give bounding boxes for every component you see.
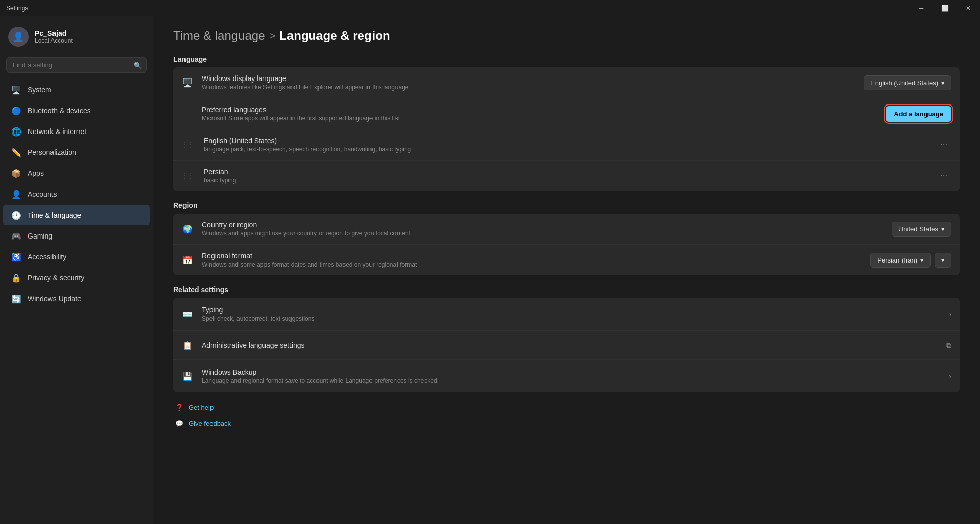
persian-lang-text: Persian basic typing: [204, 168, 929, 184]
typing-row[interactable]: ⌨️ Typing Spell check, autocorrect, text…: [173, 298, 960, 331]
english-lang-more-button[interactable]: ···: [937, 138, 951, 151]
restore-button[interactable]: ⬜: [933, 0, 957, 16]
privacy-security-icon: 🔒: [11, 273, 21, 283]
chevron-down-icon: ▾: [941, 79, 945, 87]
chevron-down-regional-icon: ▾: [920, 256, 924, 264]
get-help-link[interactable]: ❓ Get help: [173, 401, 960, 414]
country-title: Country or region: [202, 221, 884, 229]
user-profile: 👤 Pc_Sajad Local Account: [0, 16, 153, 55]
persian-lang-title: Persian: [204, 168, 929, 176]
bluetooth-icon: 🔵: [11, 106, 21, 116]
sidebar-item-system[interactable]: 🖥️System: [3, 80, 150, 100]
typing-icon: ⌨️: [181, 308, 194, 320]
minimize-button[interactable]: ─: [910, 0, 933, 16]
sidebar-item-network[interactable]: 🌐Network & internet: [3, 121, 150, 142]
sidebar-item-label-bluetooth: Bluetooth & devices: [28, 107, 91, 115]
user-account-type: Local Account: [35, 37, 73, 44]
sidebar: 👤 Pc_Sajad Local Account 🔍 🖥️System🔵Blue…: [0, 16, 153, 524]
windows-update-icon: 🔄: [11, 294, 21, 304]
backup-text: Windows Backup Language and regional for…: [202, 368, 941, 384]
windows-display-language-row: 🖥️ Windows display language Windows feat…: [173, 67, 960, 98]
language-entry-english: ⋮⋮ English (United States) language pack…: [173, 129, 960, 161]
user-info: Pc_Sajad Local Account: [35, 29, 73, 44]
country-action: United States ▾: [892, 222, 951, 237]
sidebar-item-label-accessibility: Accessibility: [28, 253, 66, 261]
add-language-button[interactable]: Add a language: [886, 106, 951, 122]
preferred-lang-title: Preferred languages: [202, 106, 878, 114]
preferred-lang-subtitle: Microsoft Store apps will appear in the …: [202, 115, 878, 122]
sidebar-item-label-time-language: Time & language: [28, 211, 81, 219]
windows-backup-row[interactable]: 💾 Windows Backup Language and regional f…: [173, 360, 960, 392]
admin-lang-title: Administrative language settings: [202, 341, 938, 349]
display-language-value: English (United States): [870, 79, 938, 87]
display-language-dropdown[interactable]: English (United States) ▾: [864, 75, 951, 90]
backup-title: Windows Backup: [202, 368, 941, 376]
sidebar-nav: 🖥️System🔵Bluetooth & devices🌐Network & i…: [0, 79, 153, 309]
close-button[interactable]: ✕: [957, 0, 980, 16]
regional-format-icon: 📅: [181, 254, 194, 266]
country-text: Country or region Windows and apps might…: [202, 221, 884, 237]
sidebar-item-privacy-security[interactable]: 🔒Privacy & security: [3, 268, 150, 288]
language-section-title: Language: [173, 55, 960, 63]
typing-subtitle: Spell check, autocorrect, text suggestio…: [202, 315, 941, 322]
backup-chevron-icon: ›: [949, 372, 951, 380]
region-card: 🌍 Country or region Windows and apps mig…: [173, 214, 960, 275]
country-subtitle: Windows and apps might use your country …: [202, 230, 884, 237]
sidebar-item-apps[interactable]: 📦Apps: [3, 163, 150, 184]
display-language-subtitle: Windows features like Settings and File …: [202, 84, 856, 91]
sidebar-item-label-windows-update: Windows Update: [28, 295, 82, 303]
sidebar-item-label-system: System: [28, 86, 51, 94]
regional-format-action: Persian (Iran) ▾ ▾: [870, 253, 951, 268]
typing-text: Typing Spell check, autocorrect, text su…: [202, 306, 941, 322]
sidebar-item-accessibility[interactable]: ♿Accessibility: [3, 247, 150, 267]
personalization-icon: ✏️: [11, 147, 21, 158]
display-language-title: Windows display language: [202, 74, 856, 83]
give-feedback-link[interactable]: 💬 Give feedback: [173, 416, 960, 430]
sidebar-item-label-accounts: Accounts: [28, 190, 57, 198]
typing-title: Typing: [202, 306, 941, 314]
sidebar-item-windows-update[interactable]: 🔄Windows Update: [3, 289, 150, 309]
country-icon: 🌍: [181, 223, 194, 235]
get-help-icon: ❓: [175, 404, 183, 411]
country-dropdown[interactable]: United States ▾: [892, 222, 951, 237]
app-container: 👤 Pc_Sajad Local Account 🔍 🖥️System🔵Blue…: [0, 16, 980, 524]
preferred-lang-icon: [181, 108, 194, 120]
english-lang-subtitle: language pack, text-to-speech, speech re…: [204, 146, 929, 153]
breadcrumb-separator: >: [270, 30, 276, 42]
regional-format-subtitle: Windows and some apps format dates and t…: [202, 261, 862, 268]
time-language-icon: 🕐: [11, 210, 21, 220]
network-icon: 🌐: [11, 126, 21, 137]
regional-format-more[interactable]: ▾: [935, 253, 951, 268]
language-entry-persian: ⋮⋮ Persian basic typing ···: [173, 161, 960, 191]
titlebar-title: Settings: [6, 5, 28, 12]
user-name: Pc_Sajad: [35, 29, 73, 37]
breadcrumb-current: Language & region: [279, 29, 390, 43]
sidebar-item-time-language[interactable]: 🕐Time & language: [3, 205, 150, 225]
admin-language-row[interactable]: 📋 Administrative language settings ⧉: [173, 331, 960, 360]
sidebar-item-bluetooth[interactable]: 🔵Bluetooth & devices: [3, 100, 150, 121]
english-lang-text: English (United States) language pack, t…: [204, 137, 929, 153]
persian-lang-more-button[interactable]: ···: [937, 169, 951, 182]
sidebar-item-gaming[interactable]: 🎮Gaming: [3, 226, 150, 246]
search-bar-container: 🔍: [6, 57, 147, 73]
breadcrumb-parent: Time & language: [173, 29, 266, 43]
country-region-row: 🌍 Country or region Windows and apps mig…: [173, 214, 960, 245]
search-input[interactable]: [6, 57, 147, 73]
sidebar-item-accounts[interactable]: 👤Accounts: [3, 184, 150, 204]
sidebar-item-label-apps: Apps: [28, 169, 44, 177]
backup-icon: 💾: [181, 370, 194, 382]
give-feedback-label: Give feedback: [189, 420, 231, 427]
regional-format-text: Regional format Windows and some apps fo…: [202, 252, 862, 268]
drag-handle-persian[interactable]: ⋮⋮: [181, 172, 194, 179]
regional-format-dropdown[interactable]: Persian (Iran) ▾: [870, 253, 931, 268]
persian-lang-subtitle: basic typing: [204, 177, 929, 184]
avatar: 👤: [8, 27, 29, 47]
admin-lang-icon: 📋: [181, 339, 194, 351]
sidebar-item-label-network: Network & internet: [28, 127, 86, 136]
accessibility-icon: ♿: [11, 252, 21, 262]
give-feedback-icon: 💬: [175, 420, 183, 427]
display-language-action: English (United States) ▾: [864, 75, 951, 90]
drag-handle-english[interactable]: ⋮⋮: [181, 141, 194, 148]
sidebar-item-personalization[interactable]: ✏️Personalization: [3, 142, 150, 163]
related-settings-title: Related settings: [173, 285, 960, 294]
